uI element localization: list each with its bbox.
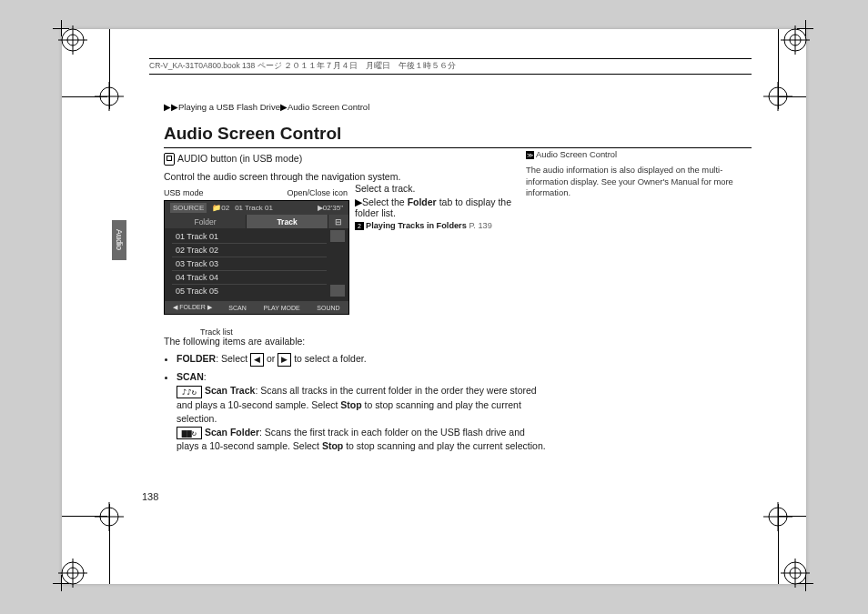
entry-label: AUDIO button (in USB mode): [177, 153, 302, 164]
registration-target-icon: [58, 559, 87, 588]
page-title: Audio Screen Control: [164, 124, 752, 148]
hairline-icon: [779, 96, 806, 97]
tab-track: Track: [247, 215, 328, 228]
figure-label-right: Open/Close icon: [287, 188, 348, 197]
scan-folder-label: Scan Folder: [205, 427, 259, 438]
breadcrumb-part: Audio Screen Control: [288, 102, 369, 112]
soft-button-row: ◀ FOLDER ▶ SCAN PLAY MODE SOUND: [165, 301, 348, 314]
notes-heading: ≫Audio Screen Control: [526, 149, 753, 159]
hairline-icon: [109, 504, 110, 584]
tab-folder: Folder: [165, 215, 247, 228]
arrow-icon: ▶▶: [164, 102, 178, 112]
figure-label-left: USB mode: [164, 188, 204, 197]
body-content: The following items are available: FOLDE…: [164, 331, 546, 458]
breadcrumb: ▶▶Playing a USB Flash Drive▶Audio Screen…: [164, 102, 369, 112]
stop-label: Stop: [340, 399, 361, 410]
scan-track-label: Scan Track: [205, 385, 255, 396]
instruction-line: ▶Select the Folder tab to display the fo…: [355, 196, 537, 218]
hairline-icon: [62, 516, 107, 517]
scan-label: SCAN: [177, 371, 204, 382]
item-folder: FOLDER: Select ◀ or ▶ to select a folder…: [177, 352, 546, 367]
hairline-icon: [62, 96, 107, 97]
instruction-column: Select a track. ▶Select the Folder tab t…: [355, 180, 537, 233]
link-label: Playing Tracks in Folders: [366, 221, 467, 230]
track-row: 03 Track 03: [172, 257, 327, 271]
track-row: 02 Track 02: [172, 244, 327, 257]
folder-tab-name: Folder: [408, 196, 437, 207]
sound-button: SOUND: [317, 305, 339, 311]
track-row: 01 Track 01: [172, 230, 327, 244]
status-bar: SOURCE 📁02 01 Track 01 ▶02'35": [165, 201, 348, 215]
notes-paragraph: The audio information is also displayed …: [526, 165, 753, 199]
arrow-icon: ▶: [280, 102, 288, 112]
item-scan: SCAN: ♪♪↻ Scan Track: Scans all tracks i…: [177, 370, 546, 453]
section-tab: Audio: [112, 220, 126, 260]
link-page: P. 139: [469, 221, 491, 230]
source-button: SOURCE: [170, 203, 207, 213]
display-button-icon: [164, 153, 175, 166]
arrow-icon: ▶: [355, 196, 362, 207]
tab-row: Folder Track ⊟: [165, 215, 348, 228]
instruction-line: Select a track.: [355, 183, 537, 194]
registration-target-icon: [781, 559, 810, 588]
figure: USB mode Open/Close icon SOURCE 📁02 01 T…: [164, 188, 348, 337]
folder-nav-button: ◀ FOLDER ▶: [173, 304, 211, 311]
folder-label: FOLDER: [177, 353, 216, 364]
play-mode-button: PLAY MODE: [263, 305, 299, 311]
link-icon: 2: [355, 222, 364, 230]
manual-page: CR-V_KA-31T0A800.book 138 ページ ２０１１年７月４日 …: [62, 29, 806, 584]
hairline-icon: [778, 29, 779, 109]
right-arrow-icon: ▶: [278, 353, 291, 367]
scan-button: SCAN: [228, 305, 246, 311]
breadcrumb-part: Playing a USB Flash Drive: [178, 102, 280, 112]
note-icon: ≫: [526, 151, 534, 159]
cross-reference: 2Playing Tracks in Folders P. 139: [355, 221, 537, 230]
hairline-icon: [779, 516, 806, 517]
nav-screenshot: SOURCE 📁02 01 Track 01 ▶02'35" Folder Tr…: [164, 200, 349, 315]
available-items-label: The following items are available:: [164, 335, 546, 348]
track-row: 05 Track 05: [172, 285, 327, 297]
hairline-icon: [778, 504, 779, 584]
scan-track-icon: ♪♪↻: [177, 386, 202, 398]
close-icon: ⊟: [328, 215, 348, 228]
entry-method: AUDIO button (in USB mode): [164, 153, 302, 166]
scan-folder-icon: ▆▆↻: [177, 427, 202, 439]
stop-label: Stop: [322, 440, 343, 451]
folder-indicator: 📁02: [212, 204, 229, 212]
page-number: 138: [142, 491, 158, 502]
scroll-down-icon: [330, 285, 345, 297]
registration-target-icon: [781, 25, 810, 55]
side-notes: ≫Audio Screen Control The audio informat…: [526, 149, 753, 203]
play-time: ▶02'35": [318, 204, 343, 212]
hairline-icon: [109, 29, 110, 109]
track-row: 04 Track 04: [172, 271, 327, 285]
running-header: CR-V_KA-31T0A800.book 138 ページ ２０１１年７月４日 …: [149, 58, 752, 75]
scroll-up-icon: [330, 230, 345, 242]
track-indicator: 01 Track 01: [235, 204, 273, 212]
registration-target-icon: [58, 25, 87, 55]
left-arrow-icon: ◀: [250, 353, 264, 367]
